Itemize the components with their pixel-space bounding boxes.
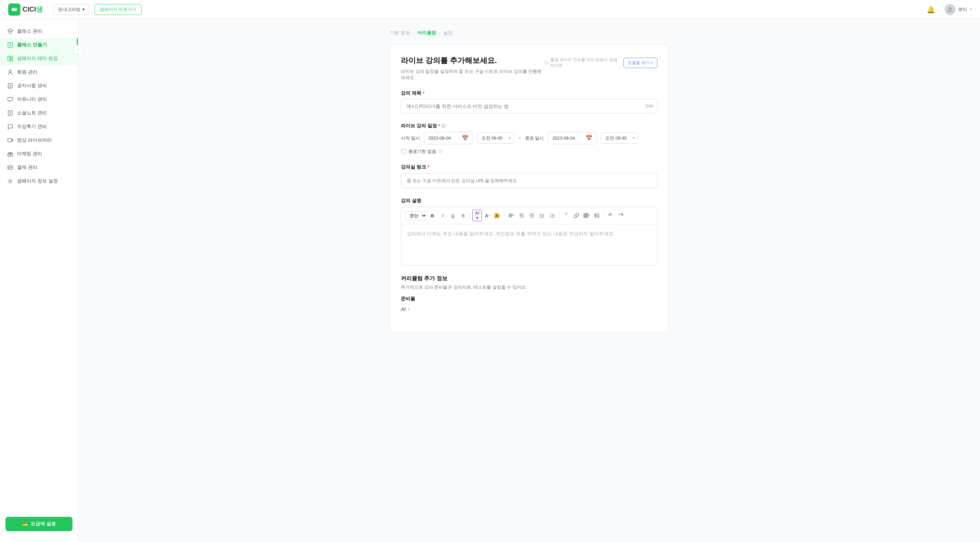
logo-icon: [8, 3, 21, 16]
start-date-input[interactable]: [428, 136, 459, 140]
gear-icon: [7, 178, 14, 185]
start-calendar-icon[interactable]: 📅: [462, 135, 469, 141]
sidebar-item-class-create[interactable]: 클래스 만들기: [0, 38, 78, 52]
editor-content-area[interactable]: 강의에서 다루는 주요 내용을 알려주세요. 개인정보 유출 우려가 있는 내용…: [401, 224, 657, 265]
video-icon: [7, 137, 14, 143]
svg-point-2: [949, 7, 951, 10]
curriculum-section-desc: 추가적으로 강의 준비물과 강의자료, 테스트를 설정할 수 있어요.: [401, 284, 657, 290]
toolbar-numbered-list-button[interactable]: 1.2.3.: [547, 211, 557, 220]
no-end-radio[interactable]: [401, 149, 406, 154]
start-date-input-wrapper: 📅: [424, 132, 473, 144]
curriculum-extra-section: 커리큘럼 추가 정보 추가적으로 강의 준비물과 강의자료, 테스트를 설정할 …: [401, 275, 657, 312]
toolbar-align-button[interactable]: ▾: [507, 211, 516, 220]
svg-rect-4: [8, 56, 10, 61]
toolbar-indent-out-button[interactable]: [527, 211, 537, 220]
end-time-wrapper: 오전 09:45 오전 10:00 오전 10:30: [601, 132, 638, 143]
user-chevron-icon: ▾: [970, 7, 972, 11]
editor-wrapper: 문단 B I U S AI ▾ A ▾: [401, 207, 657, 266]
sidebar-item-video[interactable]: 영상 라이브러리: [0, 134, 78, 147]
sidebar-label-video: 영상 라이브러리: [17, 137, 52, 143]
sidebar-item-marketing[interactable]: 마케팅 관리: [0, 147, 78, 161]
toolbar-image-button[interactable]: [592, 211, 601, 220]
start-time-select[interactable]: 오전 09:45 오전 10:00 오전 10:30: [477, 132, 514, 143]
schedule-section: 라이브 강의 일정 * ⓘ 시작 일시 📅 오전 09:45: [401, 123, 657, 155]
sidebar-label-sample-page: 샘페이지 테마 편집: [17, 56, 58, 62]
notification-bell-icon[interactable]: 🔔: [927, 5, 935, 14]
toolbar-italic-button[interactable]: I: [438, 211, 447, 220]
link-input[interactable]: [401, 173, 657, 188]
sidebar-label-review: 수강후기 관리: [17, 124, 47, 130]
toolbar-ai-button[interactable]: AI ▾: [472, 210, 482, 221]
sidebar-label-class-manage: 클래스 관리: [17, 28, 42, 34]
prep-options: At ~: [401, 306, 657, 312]
no-end-info-icon[interactable]: ⓘ: [438, 149, 442, 155]
toolbar-bold-button[interactable]: B: [428, 211, 437, 220]
page-title-row: 라이브 강의를 추가해보세요. 라이브 강의 일정을 설정하여 줌 또는 구글 …: [401, 56, 657, 81]
breadcrumb-item-0[interactable]: 기본 정보: [390, 30, 410, 36]
sidebar-collapse-button[interactable]: ‹: [73, 45, 83, 54]
start-date-label: 시작 일시: [401, 135, 420, 141]
desc-section: 강의 설명 문단 B I U S: [401, 198, 657, 266]
no-end-label: 종료기한 없음: [408, 148, 436, 155]
end-calendar-icon[interactable]: 📅: [585, 135, 592, 141]
paragraph-select[interactable]: 문단: [405, 211, 427, 220]
toolbar-strike-button[interactable]: S: [458, 211, 468, 220]
breadcrumb-item-1[interactable]: 커리큘럼: [417, 30, 436, 36]
toolbar-underline-button[interactable]: U: [448, 211, 458, 220]
sample-page-button[interactable]: 샘페이지 바로가기: [95, 4, 142, 15]
editor-placeholder: 강의에서 다루는 주요 내용을 알려주세요. 개인정보 유출 우려가 있는 내용…: [407, 231, 614, 236]
toolbar-highlight-button[interactable]: A ▾: [493, 211, 502, 220]
sidebar-item-review[interactable]: 수강후기 관리: [0, 120, 78, 134]
svg-rect-14: [8, 139, 11, 142]
svg-point-32: [540, 214, 541, 215]
end-date-input[interactable]: [552, 136, 583, 140]
required-mark: *: [423, 91, 424, 96]
toolbar-indent-in-button[interactable]: [517, 211, 527, 220]
sidebar-item-community[interactable]: 커뮤니티 관리: [0, 92, 78, 106]
store-dropdown[interactable]: 돈내고라방 ▾: [54, 4, 89, 15]
schedule-info-icon[interactable]: ⓘ: [441, 123, 445, 129]
at-symbol: At ~: [401, 306, 410, 312]
main-content: 기본 정보 › 커리큘럼 › 설정 라이브 강의를 추가해보세요. 라이브 강의…: [78, 19, 980, 542]
schedule-label: 라이브 강의 일정 * ⓘ: [401, 123, 657, 129]
no-end-option[interactable]: 종료기한 없음 ⓘ: [401, 148, 442, 155]
username: 로티: [958, 6, 967, 13]
desc-label: 강의 설명: [401, 198, 657, 204]
sidebar-item-member[interactable]: 회원 관리: [0, 65, 78, 79]
toolbar-undo-button[interactable]: [606, 211, 616, 220]
toolbar-bullet-list-button[interactable]: [537, 211, 547, 220]
toolbar-font-color-button[interactable]: A ▾: [482, 211, 492, 220]
paragraph-select-wrapper: 문단: [405, 211, 427, 220]
comment-icon: [7, 123, 14, 130]
toolbar-link-button[interactable]: [572, 211, 581, 220]
toolbar-table-button[interactable]: ▾: [582, 211, 592, 220]
sidebar-item-notice[interactable]: 공지사항 관리: [0, 79, 78, 92]
logo-text: CICI생: [22, 5, 43, 14]
fee-settings-button[interactable]: 💳 요금제 설정: [5, 517, 73, 531]
sidebar-label-community: 커뮤니티 관리: [17, 96, 47, 102]
sidebar-item-sample-page[interactable]: 샘페이지 테마 편집: [0, 52, 78, 65]
end-time-select[interactable]: 오전 09:45 오전 10:00 오전 10:30: [601, 132, 638, 143]
toolbar-quote-button[interactable]: ": [562, 211, 571, 220]
svg-rect-6: [11, 59, 13, 61]
svg-rect-12: [8, 97, 13, 101]
avatar: [945, 4, 956, 15]
breadcrumb-item-2[interactable]: 설정: [443, 30, 453, 36]
graduation-cap-icon: [7, 28, 14, 35]
svg-point-34: [540, 215, 541, 216]
sidebar-item-social-note[interactable]: 소셜노트 관리: [0, 106, 78, 120]
help-button[interactable]: 도움말 보기 >: [624, 57, 657, 68]
toolbar-redo-button[interactable]: [616, 211, 626, 220]
svg-rect-8: [8, 83, 12, 88]
end-date-input-wrapper: 📅: [548, 132, 597, 144]
sidebar-label-site-settings: 샘페이지 정보 설정: [17, 178, 58, 184]
svg-rect-5: [11, 56, 13, 58]
logo: CICI생: [8, 3, 43, 16]
user-menu[interactable]: 로티 ▾: [945, 4, 972, 15]
sidebar-item-class-manage[interactable]: 클래스 관리: [0, 24, 78, 38]
sidebar-item-site-settings[interactable]: 샘페이지 정보 설정: [0, 174, 78, 188]
editor-toolbar: 문단 B I U S AI ▾ A ▾: [401, 207, 657, 224]
sidebar-item-payment[interactable]: 결제 관리: [0, 161, 78, 174]
add-square-icon: [7, 41, 14, 48]
lecture-title-input[interactable]: [401, 99, 657, 113]
